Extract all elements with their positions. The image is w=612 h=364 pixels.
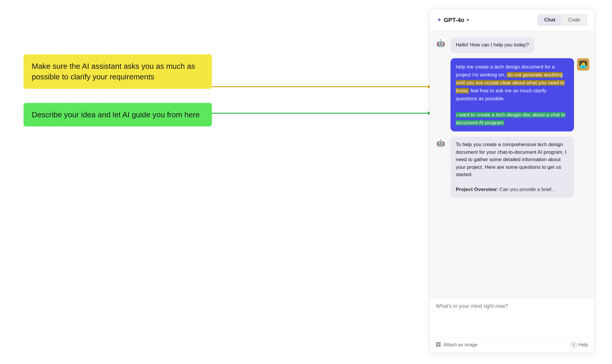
spark-icon: ✦ <box>437 17 441 23</box>
tab-chat[interactable]: Chat <box>538 15 562 25</box>
tab-code[interactable]: Code <box>562 15 587 25</box>
input-box <box>430 298 594 338</box>
attach-button[interactable]: 🖼 Attach an image <box>436 342 478 348</box>
annotation-yellow: Make sure the AI assistant asks you as m… <box>24 54 212 89</box>
bot-bubble-2: To help you create a comprehensive tech … <box>450 137 574 198</box>
tab-group: Chat Code <box>538 14 587 26</box>
attach-icon: 🖼 <box>436 342 441 348</box>
bot-message-row-2: 🤖 To help you create a comprehensive tec… <box>435 137 589 198</box>
bot-bubble: Hello! How can I help you today? <box>450 37 534 53</box>
user-text-highlight-green: i want to create a tech desgin doc about… <box>456 112 565 126</box>
bot-avatar-2: 🤖 <box>435 137 447 149</box>
input-footer: 🖼 Attach an image ℹ Help <box>430 338 594 353</box>
help-button[interactable]: ℹ Help <box>571 342 588 348</box>
annotation-green: Describe your idea and let AI guide you … <box>24 103 212 126</box>
model-name: GPT-4o <box>444 17 464 24</box>
messages-area: 🤖 Hello! How can I help you today? help … <box>430 31 594 298</box>
model-selector[interactable]: ✦ GPT-4o ▾ <box>437 17 469 24</box>
message-input[interactable] <box>436 303 588 333</box>
bot-message-1-text: Hello! How can I help you today? <box>456 42 529 48</box>
user-message-row: help me create a tech design document fo… <box>435 58 589 132</box>
help-label: Help <box>578 342 588 348</box>
help-circle-icon: ℹ <box>571 342 577 348</box>
input-area: 🖼 Attach an image ℹ Help <box>430 298 594 353</box>
user-avatar: 🧑‍💻 <box>577 58 589 71</box>
chevron-down-icon: ▾ <box>467 18 469 22</box>
chat-header: ✦ GPT-4o ▾ Chat Code <box>430 9 594 31</box>
user-bubble: help me create a tech design document fo… <box>450 58 574 132</box>
bot-avatar: 🤖 <box>435 37 447 49</box>
bot-message-row: 🤖 Hello! How can I help you today? <box>435 37 589 53</box>
attach-label: Attach an image <box>443 342 478 348</box>
chat-panel: ✦ GPT-4o ▾ Chat Code 🤖 Hello! How can I … <box>430 9 594 353</box>
user-text-part-2: feel free to ask me as much clarify ques… <box>456 88 546 101</box>
